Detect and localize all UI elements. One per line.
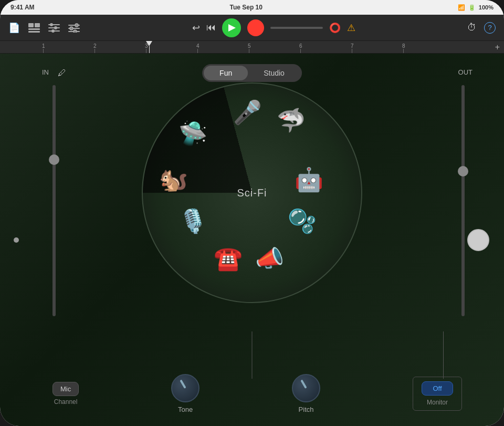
wheel-circle: Sci-Fi 🎤 🦈 🛸 🐿️ xyxy=(142,82,362,303)
toolbar-left: 📄 xyxy=(8,22,80,34)
monitor-box: Off Monitor xyxy=(413,377,462,411)
svg-rect-2 xyxy=(28,28,40,30)
telephone-emoji: ☎️ xyxy=(214,247,243,270)
input-volume-thumb[interactable] xyxy=(49,154,59,165)
voice-item-chipmunk[interactable]: 🐿️ xyxy=(159,168,188,191)
chipmunk-emoji: 🐿️ xyxy=(159,168,188,191)
monster-emoji: 🦈 xyxy=(277,109,306,132)
mic-emoji: 🎤 xyxy=(233,101,262,124)
ruler-mark-4: 4 xyxy=(196,43,200,53)
svg-point-9 xyxy=(51,29,55,33)
status-time: 9:41 AM xyxy=(10,4,35,11)
toolbar-right: ⏱ ? xyxy=(467,22,496,34)
voice-item-megaphone[interactable]: 📣 xyxy=(255,247,284,270)
tone-control: Tone xyxy=(171,374,200,413)
svg-point-8 xyxy=(54,26,57,29)
home-button[interactable] xyxy=(467,229,489,251)
wifi-icon: 📶 xyxy=(458,4,465,11)
out-label: OUT xyxy=(458,68,472,76)
ruler-mark-7: 7 xyxy=(351,43,354,53)
battery-label: 100% xyxy=(479,4,494,11)
status-icons: 📶 🔋 100% xyxy=(458,4,494,11)
ruler-mark-1: 1 xyxy=(42,43,45,53)
voice-item-monster[interactable]: 🦈 xyxy=(277,109,306,132)
toolbar: 📄 xyxy=(0,15,504,41)
metronome-icon[interactable]: ⚠ xyxy=(347,22,355,34)
tracks-icon[interactable] xyxy=(28,23,40,33)
wheel-bottom-line xyxy=(252,331,253,379)
monitor-bottom-line xyxy=(443,331,444,379)
toolbar-center: ↩ ⏮ ⭕ ⚠ xyxy=(192,18,355,37)
playhead[interactable] xyxy=(146,41,152,54)
settings-sliders-icon[interactable] xyxy=(68,23,80,33)
monitor-off-button[interactable]: Off xyxy=(422,381,453,396)
ruler-mark-6: 6 xyxy=(299,43,302,53)
alien-emoji: 🛸 xyxy=(178,122,207,145)
tone-label: Tone xyxy=(178,406,193,413)
tone-knob[interactable] xyxy=(171,374,200,402)
mic-button[interactable]: Mic xyxy=(52,382,79,396)
undo-icon[interactable]: ↩ xyxy=(192,22,200,34)
transport-slider[interactable] xyxy=(270,27,323,29)
voice-wheel[interactable]: Sci-Fi 🎤 🦈 🛸 🐿️ xyxy=(142,82,362,303)
play-button[interactable] xyxy=(222,18,241,37)
megaphone-emoji: 📣 xyxy=(255,247,284,270)
rewind-icon[interactable]: ⏮ xyxy=(206,22,216,33)
input-volume-slider[interactable] xyxy=(52,85,56,316)
voice-item-bubbles[interactable]: 🫧 xyxy=(288,210,317,233)
mic-stand-emoji: 🎙️ xyxy=(178,210,207,233)
robot-emoji: 🤖 xyxy=(295,168,323,191)
help-icon[interactable]: ? xyxy=(484,22,496,34)
add-track-icon[interactable]: + xyxy=(495,43,500,52)
svg-point-14 xyxy=(70,27,73,30)
new-document-icon[interactable]: 📄 xyxy=(8,22,20,34)
battery-icon: 🔋 xyxy=(468,4,476,11)
output-volume-slider[interactable] xyxy=(461,85,465,316)
ipad-frame: 9:41 AM Tue Sep 10 📶 🔋 100% 📄 xyxy=(0,0,504,426)
main-content: IN 🖊 OUT Fun Studio Sci-Fi xyxy=(0,54,504,426)
ruler-mark-8: 8 xyxy=(402,43,405,53)
voice-item-mic-stand[interactable]: 🎙️ xyxy=(178,210,207,233)
channel-label: Channel xyxy=(54,398,78,406)
ruler-mark-5: 5 xyxy=(248,43,251,53)
status-bar: 9:41 AM Tue Sep 10 📶 🔋 100% xyxy=(0,0,504,15)
pitch-control: Pitch xyxy=(292,374,320,413)
clock-icon[interactable]: ⏱ xyxy=(467,22,477,33)
svg-point-7 xyxy=(50,23,53,26)
monitor-label: Monitor xyxy=(427,399,448,406)
ruler-mark-2: 2 xyxy=(93,43,97,53)
mic-channel-group: Mic Channel xyxy=(52,382,79,406)
voice-item-mic[interactable]: 🎤 xyxy=(233,101,262,124)
status-date: Tue Sep 10 xyxy=(229,4,262,11)
mixer-icon[interactable] xyxy=(48,23,60,33)
bottom-controls: Mic Channel Tone Pitch Off Monitor xyxy=(0,374,504,413)
loop-icon[interactable]: ⭕ xyxy=(329,22,341,34)
voice-item-telephone[interactable]: ☎️ xyxy=(214,247,243,270)
svg-point-15 xyxy=(74,30,77,33)
pitch-label: Pitch xyxy=(299,406,314,413)
pitch-knob[interactable] xyxy=(292,374,320,402)
output-volume-thumb[interactable] xyxy=(458,166,468,176)
svg-point-13 xyxy=(75,24,78,27)
pen-icon[interactable]: 🖊 xyxy=(58,68,66,78)
ruler: 1 2 3 4 5 6 7 8 xyxy=(0,41,504,54)
side-button xyxy=(14,237,19,243)
svg-rect-0 xyxy=(28,23,34,27)
voice-item-robot[interactable]: 🤖 xyxy=(295,168,323,191)
voice-item-alien[interactable]: 🛸 xyxy=(178,122,207,145)
mode-studio-button[interactable]: Studio xyxy=(248,66,300,80)
mode-toggle[interactable]: Fun Studio xyxy=(202,64,302,82)
svg-rect-1 xyxy=(35,23,40,27)
svg-rect-3 xyxy=(28,31,40,33)
in-label: IN xyxy=(42,68,49,76)
record-button[interactable] xyxy=(247,19,264,36)
mode-fun-button[interactable]: Fun xyxy=(204,66,248,80)
bubbles-emoji: 🫧 xyxy=(288,210,317,233)
